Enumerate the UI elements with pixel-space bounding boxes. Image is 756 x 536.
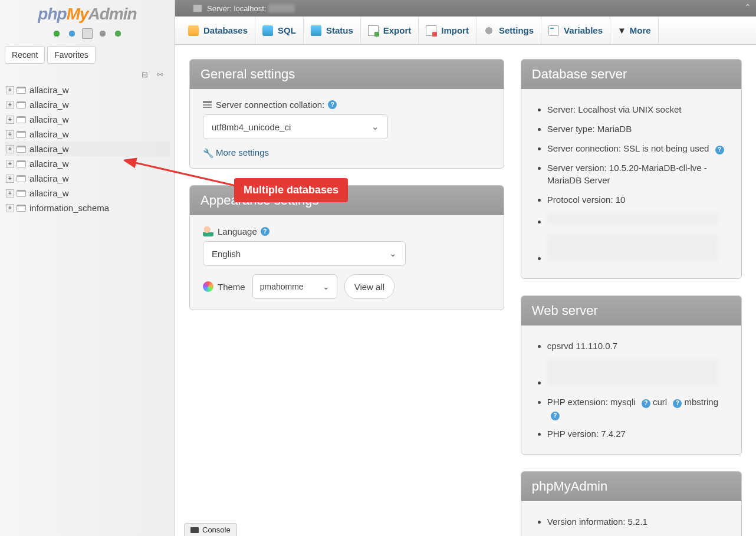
more-label: More bbox=[630, 25, 651, 35]
expand-icon[interactable]: + bbox=[6, 86, 14, 94]
variables-label: Variables bbox=[564, 25, 603, 35]
list-item bbox=[547, 231, 728, 268]
recent-tab[interactable]: Recent bbox=[5, 46, 45, 64]
list-item: Server: Localhost via UNIX socket bbox=[547, 100, 728, 119]
help-icon[interactable]: ? bbox=[328, 100, 337, 109]
expand-icon[interactable]: + bbox=[6, 101, 14, 109]
list-item: cpsrvd 11.110.0.7 bbox=[547, 336, 728, 356]
sidebar-tabs: Recent Favorites bbox=[0, 44, 175, 66]
database-icon bbox=[17, 190, 26, 197]
home-icon[interactable] bbox=[51, 28, 62, 39]
nav-up-icon[interactable]: ⌃ bbox=[744, 2, 751, 12]
ssl-text: Server connection: SSL is not being used bbox=[547, 143, 709, 153]
db-name: allacira_w bbox=[29, 114, 69, 124]
language-label: Language bbox=[218, 226, 257, 236]
settings-tab[interactable]: Settings bbox=[476, 17, 541, 44]
chevron-down-icon: ⌄ bbox=[389, 248, 397, 259]
database-icon bbox=[17, 101, 26, 108]
sql-icon bbox=[262, 25, 273, 36]
redacted-text bbox=[547, 359, 718, 386]
favorites-tab[interactable]: Favorites bbox=[47, 46, 96, 64]
list-item: PHP extension: mysqli ? curl ? mbstring … bbox=[547, 392, 728, 424]
server-icon bbox=[193, 4, 202, 12]
language-value: English bbox=[212, 249, 241, 259]
collation-value: utf8mb4_unicode_ci bbox=[212, 122, 291, 132]
redacted-text bbox=[547, 213, 718, 225]
variables-tab[interactable]: Variables bbox=[541, 17, 610, 44]
db-name: allacira_w bbox=[29, 85, 69, 95]
db-tree-item[interactable]: +allacira_w bbox=[5, 83, 170, 97]
console-toggle[interactable]: Console bbox=[184, 523, 237, 536]
status-tab[interactable]: Status bbox=[304, 17, 361, 44]
help-icon[interactable]: ? bbox=[642, 399, 650, 408]
help-icon[interactable]: ? bbox=[673, 399, 682, 408]
db-name: allacira_w bbox=[29, 173, 69, 183]
expand-icon[interactable]: + bbox=[6, 175, 14, 183]
database-icon bbox=[17, 205, 26, 212]
more-settings-link[interactable]: 🔧 More settings bbox=[203, 147, 491, 157]
refresh-icon[interactable] bbox=[113, 28, 123, 39]
docs-icon[interactable] bbox=[82, 28, 93, 39]
list-item bbox=[547, 356, 728, 392]
help-icon[interactable]: ? bbox=[261, 227, 269, 236]
import-tab[interactable]: Import bbox=[419, 17, 476, 44]
web-server-panel: Web server cpsrvd 11.110.0.7 PHP extensi… bbox=[521, 295, 742, 455]
db-tree-item[interactable]: +allacira_w bbox=[5, 97, 170, 112]
language-icon bbox=[203, 226, 213, 236]
db-tree-item[interactable]: +allacira_w bbox=[5, 186, 170, 200]
help-icon[interactable] bbox=[67, 28, 77, 39]
list-item: PHP version: 7.4.27 bbox=[547, 424, 728, 443]
main-content: ◀ Server: localhost: ⌃ Databases SQL Sta… bbox=[175, 0, 756, 536]
language-select[interactable]: English ⌄ bbox=[203, 241, 406, 266]
help-icon[interactable]: ? bbox=[551, 412, 560, 420]
chevron-down-icon: ⌄ bbox=[323, 282, 330, 291]
settings-icon[interactable] bbox=[97, 28, 108, 39]
expand-icon[interactable]: + bbox=[6, 116, 14, 124]
link-icon[interactable]: ⚯ bbox=[154, 70, 163, 78]
chevron-down-icon: ⌄ bbox=[372, 121, 379, 132]
database-icon bbox=[17, 160, 26, 167]
web-server-list: cpsrvd 11.110.0.7 PHP extension: mysqli … bbox=[534, 336, 728, 443]
gear-icon bbox=[484, 25, 494, 36]
db-tree-item[interactable]: +allacira_w bbox=[5, 156, 170, 171]
db-server-header: Database server bbox=[521, 60, 741, 89]
pma-list: Version information: 5.2.1 Documentation bbox=[534, 512, 728, 536]
wrench-icon: 🔧 bbox=[203, 148, 212, 157]
list-icon bbox=[203, 101, 212, 108]
db-tree-item[interactable]: +allacira_w bbox=[5, 142, 170, 156]
general-settings-header: General settings bbox=[190, 60, 504, 89]
content-area: General settings Server connection colla… bbox=[175, 45, 756, 536]
breadcrumb-bar: Server: localhost: ⌃ bbox=[175, 0, 756, 17]
import-icon bbox=[426, 25, 436, 36]
expand-icon[interactable]: + bbox=[6, 130, 14, 139]
expand-icon[interactable]: + bbox=[6, 189, 14, 198]
settings-label: Settings bbox=[499, 25, 534, 35]
redacted-text bbox=[547, 235, 718, 261]
more-tab[interactable]: ▼More bbox=[610, 17, 659, 44]
palette-icon bbox=[203, 281, 213, 292]
list-item bbox=[547, 209, 728, 231]
collation-select[interactable]: utf8mb4_unicode_ci ⌄ bbox=[203, 114, 388, 139]
db-tree-item[interactable]: +information_schema bbox=[5, 200, 170, 215]
theme-label: Theme bbox=[218, 282, 245, 292]
list-item: Protocol version: 10 bbox=[547, 190, 728, 209]
sql-tab[interactable]: SQL bbox=[255, 17, 304, 44]
theme-select[interactable]: pmahomme ⌄ bbox=[252, 274, 337, 299]
view-all-button[interactable]: View all bbox=[344, 274, 395, 299]
help-icon[interactable]: ? bbox=[715, 146, 724, 154]
export-tab[interactable]: Export bbox=[361, 17, 419, 44]
expand-icon[interactable]: + bbox=[6, 160, 14, 168]
databases-label: Databases bbox=[203, 25, 248, 35]
databases-tab[interactable]: Databases bbox=[181, 17, 255, 44]
nav-tree-controls: ⊟ ⚯ bbox=[0, 66, 175, 83]
expand-icon[interactable]: + bbox=[6, 145, 14, 153]
db-tree-item[interactable]: +allacira_w bbox=[5, 171, 170, 186]
logo[interactable]: phpMyAdmin bbox=[0, 0, 175, 26]
expand-icon[interactable]: + bbox=[6, 204, 14, 212]
db-tree-item[interactable]: +allacira_w bbox=[5, 127, 170, 142]
server-label[interactable]: Server: localhost: bbox=[207, 4, 266, 13]
collapse-all-icon[interactable]: ⊟ bbox=[139, 70, 148, 78]
web-server-header: Web server bbox=[521, 296, 741, 325]
db-tree-item[interactable]: +allacira_w bbox=[5, 112, 170, 127]
php-ext-label: PHP extension: mysqli bbox=[547, 397, 636, 407]
